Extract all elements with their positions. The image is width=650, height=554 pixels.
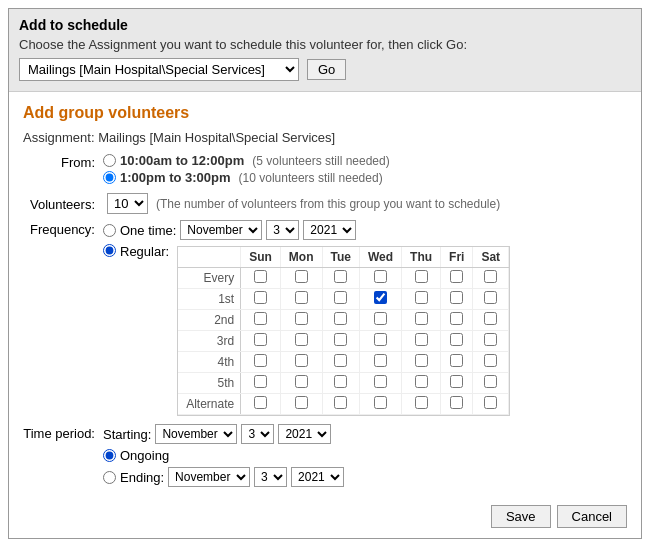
checkbox-5th-fri[interactable] bbox=[450, 375, 463, 388]
checkbox-4th-fri[interactable] bbox=[450, 354, 463, 367]
table-row: 4th bbox=[178, 352, 508, 373]
cell-2nd-wed bbox=[359, 310, 401, 331]
time1-radio[interactable] bbox=[103, 154, 116, 167]
ending-day-select[interactable]: 3 bbox=[254, 467, 287, 487]
checkbox-5th-thu[interactable] bbox=[415, 375, 428, 388]
checkbox-1st-sun[interactable] bbox=[254, 291, 267, 304]
time2-text: 1:00pm to 3:00pm bbox=[120, 170, 231, 185]
checkbox-alt-wed[interactable] bbox=[374, 396, 387, 409]
regular-radio[interactable] bbox=[103, 244, 116, 257]
header-controls: Mailings [Main Hospital\Special Services… bbox=[19, 58, 631, 81]
checkbox-alt-thu[interactable] bbox=[415, 396, 428, 409]
checkbox-3rd-mon[interactable] bbox=[295, 333, 308, 346]
onetime-year-select[interactable]: 2021 bbox=[303, 220, 356, 240]
table-row: 1st bbox=[178, 289, 508, 310]
starting-year-select[interactable]: 2021 bbox=[278, 424, 331, 444]
checkbox-4th-sat[interactable] bbox=[484, 354, 497, 367]
checkbox-2nd-sat[interactable] bbox=[484, 312, 497, 325]
cell-3rd-fri bbox=[441, 331, 473, 352]
cell-4th-thu bbox=[402, 352, 441, 373]
time2-radio[interactable] bbox=[103, 171, 116, 184]
ongoing-radio[interactable] bbox=[103, 449, 116, 462]
row-label-4th: 4th bbox=[178, 352, 241, 373]
checkbox-every-sat[interactable] bbox=[484, 270, 497, 283]
cell-1st-sat bbox=[473, 289, 509, 310]
checkbox-every-fri[interactable] bbox=[450, 270, 463, 283]
assignment-select[interactable]: Mailings [Main Hospital\Special Services… bbox=[19, 58, 299, 81]
checkbox-1st-sat[interactable] bbox=[484, 291, 497, 304]
checkbox-alt-mon[interactable] bbox=[295, 396, 308, 409]
checkbox-3rd-fri[interactable] bbox=[450, 333, 463, 346]
checkbox-2nd-tue[interactable] bbox=[334, 312, 347, 325]
checkbox-4th-tue[interactable] bbox=[334, 354, 347, 367]
checkbox-2nd-wed[interactable] bbox=[374, 312, 387, 325]
col-header-thu: Thu bbox=[402, 247, 441, 268]
row-label-alternate: Alternate bbox=[178, 394, 241, 415]
onetime-month-select[interactable]: November bbox=[180, 220, 262, 240]
go-button[interactable]: Go bbox=[307, 59, 346, 80]
starting-day-select[interactable]: 3 bbox=[241, 424, 274, 444]
checkbox-alt-sat[interactable] bbox=[484, 396, 497, 409]
checkbox-every-mon[interactable] bbox=[295, 270, 308, 283]
checkbox-1st-mon[interactable] bbox=[295, 291, 308, 304]
calendar-grid: Sun Mon Tue Wed Thu Fri Sat bbox=[177, 246, 510, 416]
checkbox-5th-sat[interactable] bbox=[484, 375, 497, 388]
checkbox-every-thu[interactable] bbox=[415, 270, 428, 283]
time-period-label: Time period: bbox=[23, 424, 103, 441]
cell-2nd-tue bbox=[322, 310, 359, 331]
checkbox-5th-wed[interactable] bbox=[374, 375, 387, 388]
cell-4th-wed bbox=[359, 352, 401, 373]
save-button[interactable]: Save bbox=[491, 505, 551, 528]
checkbox-every-wed[interactable] bbox=[374, 270, 387, 283]
cell-alt-thu bbox=[402, 394, 441, 415]
checkbox-1st-wed[interactable] bbox=[374, 291, 387, 304]
checkbox-every-sun[interactable] bbox=[254, 270, 267, 283]
volunteers-select[interactable]: 10 bbox=[107, 193, 148, 214]
checkbox-alt-tue[interactable] bbox=[334, 396, 347, 409]
cell-4th-fri bbox=[441, 352, 473, 373]
ending-month-select[interactable]: November bbox=[168, 467, 250, 487]
checkbox-4th-thu[interactable] bbox=[415, 354, 428, 367]
checkbox-3rd-wed[interactable] bbox=[374, 333, 387, 346]
starting-label: Starting: bbox=[103, 427, 151, 442]
checkbox-2nd-mon[interactable] bbox=[295, 312, 308, 325]
frequency-options: One time: November 3 2021 Regular: bbox=[103, 220, 510, 416]
checkbox-2nd-fri[interactable] bbox=[450, 312, 463, 325]
checkbox-3rd-thu[interactable] bbox=[415, 333, 428, 346]
checkbox-1st-tue[interactable] bbox=[334, 291, 347, 304]
cell-1st-thu bbox=[402, 289, 441, 310]
onetime-day-select[interactable]: 3 bbox=[266, 220, 299, 240]
checkbox-1st-fri[interactable] bbox=[450, 291, 463, 304]
ending-radio[interactable] bbox=[103, 471, 116, 484]
checkbox-1st-thu[interactable] bbox=[415, 291, 428, 304]
starting-month-select[interactable]: November bbox=[155, 424, 237, 444]
cell-4th-mon bbox=[280, 352, 322, 373]
assignment-name: Mailings [Main Hospital\Special Services… bbox=[98, 130, 335, 145]
cell-5th-wed bbox=[359, 373, 401, 394]
checkbox-alt-fri[interactable] bbox=[450, 396, 463, 409]
checkbox-5th-mon[interactable] bbox=[295, 375, 308, 388]
checkbox-4th-mon[interactable] bbox=[295, 354, 308, 367]
checkbox-4th-wed[interactable] bbox=[374, 354, 387, 367]
checkbox-alt-sun[interactable] bbox=[254, 396, 267, 409]
onetime-label: One time: bbox=[120, 223, 176, 238]
checkbox-4th-sun[interactable] bbox=[254, 354, 267, 367]
ending-year-select[interactable]: 2021 bbox=[291, 467, 344, 487]
checkbox-every-tue[interactable] bbox=[334, 270, 347, 283]
cancel-button[interactable]: Cancel bbox=[557, 505, 627, 528]
checkbox-3rd-tue[interactable] bbox=[334, 333, 347, 346]
checkbox-3rd-sat[interactable] bbox=[484, 333, 497, 346]
checkbox-2nd-thu[interactable] bbox=[415, 312, 428, 325]
assignment-line: Assignment: Mailings [Main Hospital\Spec… bbox=[23, 130, 627, 145]
volunteers-label: Volunteers: bbox=[23, 195, 103, 212]
ongoing-label: Ongoing bbox=[120, 448, 169, 463]
cell-5th-tue bbox=[322, 373, 359, 394]
checkbox-3rd-sun[interactable] bbox=[254, 333, 267, 346]
checkbox-5th-tue[interactable] bbox=[334, 375, 347, 388]
cell-2nd-thu bbox=[402, 310, 441, 331]
onetime-radio[interactable] bbox=[103, 224, 116, 237]
checkbox-2nd-sun[interactable] bbox=[254, 312, 267, 325]
cell-3rd-sat bbox=[473, 331, 509, 352]
col-header-fri: Fri bbox=[441, 247, 473, 268]
checkbox-5th-sun[interactable] bbox=[254, 375, 267, 388]
